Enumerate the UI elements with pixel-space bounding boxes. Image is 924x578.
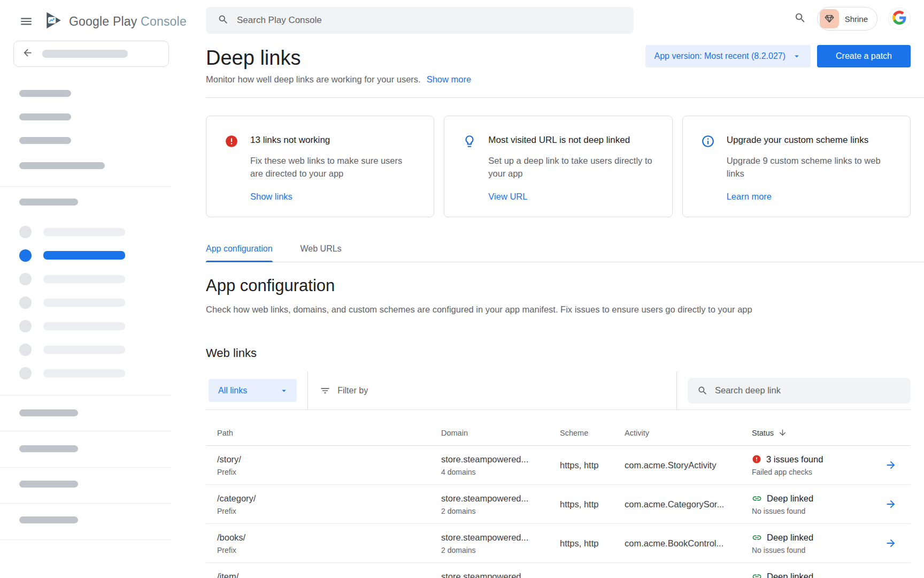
google-account-avatar[interactable] xyxy=(888,7,911,30)
row-domain: store.steampowered... xyxy=(441,492,549,505)
sidebar-nav-item[interactable] xyxy=(19,367,125,379)
menu-icon[interactable] xyxy=(19,14,33,26)
row-domain: store.steampowered... xyxy=(441,570,549,578)
nav-label-skeleton xyxy=(43,369,125,377)
play-console-logo-icon xyxy=(44,11,63,32)
insight-cards: 13 links not working Fix these web links… xyxy=(206,116,911,217)
deep-link-search-input[interactable] xyxy=(715,385,901,396)
nav-icon-skeleton xyxy=(19,344,32,356)
brand-google-play: Google Play xyxy=(69,14,137,28)
sidebar xyxy=(0,42,171,578)
header-actions: App version: Most recent (8.2.027) Creat… xyxy=(645,45,911,67)
tab-web-urls[interactable]: Web URLs xyxy=(301,244,342,262)
row-scheme: https, http xyxy=(560,459,598,471)
row-status-detail: No issues found xyxy=(752,545,877,556)
nav-icon-skeleton xyxy=(19,296,32,309)
divider xyxy=(307,371,308,410)
row-scheme: https, http xyxy=(560,498,598,511)
table-row[interactable]: /item/ store.steampowered... Deep linked xyxy=(206,563,911,578)
page-title: Deep links xyxy=(206,45,301,71)
show-more-link[interactable]: Show more xyxy=(427,73,471,86)
row-scheme: https, http xyxy=(560,537,598,550)
nav-label-skeleton xyxy=(43,251,125,260)
error-icon xyxy=(752,454,761,464)
search-icon xyxy=(218,14,229,27)
view-url-link[interactable]: View URL xyxy=(488,192,653,202)
app-switcher-pill[interactable]: Shrine xyxy=(817,7,877,31)
row-status-detail: Failed app checks xyxy=(752,467,877,477)
arrow-forward-icon xyxy=(885,459,897,471)
app-selector[interactable] xyxy=(13,41,169,67)
row-path: /books/ xyxy=(217,531,430,544)
card-body: Set up a deep link to take users directl… xyxy=(488,154,653,180)
play-console-logo[interactable]: Google Play Console xyxy=(44,11,187,32)
skeleton-bar xyxy=(19,516,78,523)
sort-descending-icon xyxy=(778,428,787,437)
topbar-right: Shrine xyxy=(794,7,911,31)
console-search-bar[interactable] xyxy=(206,7,634,34)
nav-icon-skeleton xyxy=(19,320,32,332)
column-header-path: Path xyxy=(206,429,430,445)
brand-text: Google Play Console xyxy=(69,14,187,29)
sidebar-nav-item[interactable] xyxy=(19,296,125,309)
table-row[interactable]: /books/Prefix store.steampowered...2 dom… xyxy=(206,524,911,563)
row-open-arrow[interactable] xyxy=(877,563,911,578)
create-patch-button[interactable]: Create a patch xyxy=(817,45,911,67)
filter-by-label: Filter by xyxy=(337,386,368,396)
sidebar-nav-item[interactable] xyxy=(19,272,125,285)
column-header-activity: Activity xyxy=(613,429,741,445)
sidebar-nav-item-active[interactable] xyxy=(19,249,125,262)
row-open-arrow[interactable] xyxy=(877,485,911,523)
sidebar-divider xyxy=(0,395,171,396)
nav-label-skeleton xyxy=(43,346,125,354)
row-activity: com.acme.CategorySor... xyxy=(625,498,724,511)
sidebar-nav-item[interactable] xyxy=(19,320,125,332)
row-status: Deep linked xyxy=(767,492,813,505)
card-most-visited-url: Most visited URL is not deep linked Set … xyxy=(444,116,672,217)
learn-more-link[interactable]: Learn more xyxy=(727,192,892,202)
column-header-domain: Domain xyxy=(430,429,549,445)
sidebar-nav-item[interactable] xyxy=(19,225,125,238)
app-version-label: App version: Most recent (8.2.027) xyxy=(654,51,786,61)
nav-icon-skeleton xyxy=(19,226,32,238)
tab-app-configuration[interactable]: App configuration xyxy=(206,244,273,262)
row-status: 3 issues found xyxy=(766,453,823,466)
links-filter-dropdown[interactable]: All links xyxy=(209,379,297,402)
dropdown-arrow-icon xyxy=(279,386,289,396)
row-activity: com.acme.BookControl... xyxy=(625,537,723,550)
row-path: /item/ xyxy=(217,570,430,578)
filter-by-button[interactable]: Filter by xyxy=(320,385,368,396)
table-row[interactable]: /story/Prefix store.steampowered...4 dom… xyxy=(206,446,911,485)
main-content: Deep links App version: Most recent (8.2… xyxy=(206,42,924,578)
row-status: Deep linked xyxy=(767,570,813,578)
skeleton-bar xyxy=(19,90,71,97)
sidebar-divider xyxy=(0,467,171,468)
row-path-type: Prefix xyxy=(217,545,430,556)
skeleton-bar xyxy=(19,409,78,416)
row-domain: store.steampowered... xyxy=(441,531,549,544)
sidebar-divider xyxy=(0,431,171,431)
console-search-input[interactable] xyxy=(237,15,622,26)
back-arrow-icon[interactable] xyxy=(22,47,33,60)
table-header-row: Path Domain Scheme Activity Status xyxy=(206,410,911,446)
link-icon xyxy=(752,493,762,504)
table-row[interactable]: /category/Prefix store.steampowered...2 … xyxy=(206,485,911,524)
nav-icon-skeleton xyxy=(19,249,32,262)
column-header-status[interactable]: Status xyxy=(741,428,877,445)
row-open-arrow[interactable] xyxy=(877,446,911,484)
card-body: Fix these web links to make sure users a… xyxy=(250,154,415,180)
deep-link-search-box[interactable] xyxy=(688,378,911,404)
diamond-icon xyxy=(824,13,835,24)
show-links-link[interactable]: Show links xyxy=(250,192,415,202)
topbar-search-icon[interactable] xyxy=(794,12,806,26)
header-divider xyxy=(206,97,924,98)
app-version-dropdown[interactable]: App version: Most recent (8.2.027) xyxy=(645,45,811,67)
status-header-label: Status xyxy=(752,429,774,437)
skeleton-bar xyxy=(19,199,78,206)
row-domain: store.steampowered... xyxy=(441,453,549,466)
sidebar-nav-item[interactable] xyxy=(19,343,125,356)
nav-label-skeleton xyxy=(43,275,125,283)
row-path: /story/ xyxy=(217,453,430,466)
arrow-forward-icon xyxy=(885,537,897,549)
row-open-arrow[interactable] xyxy=(877,524,911,562)
